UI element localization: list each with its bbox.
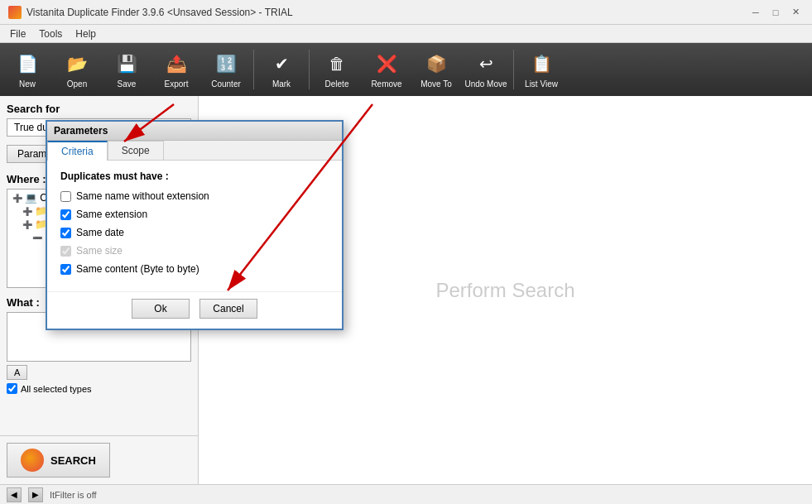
checkbox-same-ext-label: Same extension <box>76 209 147 220</box>
checkbox-same-date-label: Same date <box>76 227 124 238</box>
checkbox-same-ext-row: Same extension <box>60 209 329 220</box>
parameters-dialog: Parameters Criteria Scope Duplicates mus… <box>46 120 344 330</box>
checkbox-same-size <box>60 246 71 257</box>
checkbox-same-name-row: Same name without extension <box>60 190 329 202</box>
cancel-button[interactable]: Cancel <box>199 299 257 319</box>
dialog-title: Parameters <box>54 125 108 137</box>
checkbox-same-content-row: Same content (Byte to byte) <box>60 263 329 275</box>
checkbox-same-date-row: Same date <box>60 227 329 238</box>
dialog-body: Duplicates must have : Same name without… <box>47 161 342 291</box>
tab-scope[interactable]: Scope <box>108 141 164 160</box>
checkbox-same-name-label: Same name without extension <box>76 190 209 202</box>
checkbox-same-size-row: Same size <box>60 245 329 257</box>
checkbox-same-size-label: Same size <box>76 245 123 257</box>
dialog-tabs: Criteria Scope <box>47 141 342 161</box>
tab-criteria[interactable]: Criteria <box>47 141 108 161</box>
checkbox-same-content[interactable] <box>60 264 71 275</box>
checkbox-same-date[interactable] <box>60 228 71 238</box>
checkbox-same-name[interactable] <box>60 191 71 202</box>
dialog-title-bar: Parameters <box>47 122 342 141</box>
ok-button[interactable]: Ok <box>132 299 190 319</box>
duplicates-must-have-title: Duplicates must have : <box>60 170 329 182</box>
checkbox-same-ext[interactable] <box>60 209 71 220</box>
checkbox-same-content-label: Same content (Byte to byte) <box>76 263 199 275</box>
dialog-footer: Ok Cancel <box>47 291 342 329</box>
dialog-overlay: Parameters Criteria Scope Duplicates mus… <box>0 0 812 504</box>
